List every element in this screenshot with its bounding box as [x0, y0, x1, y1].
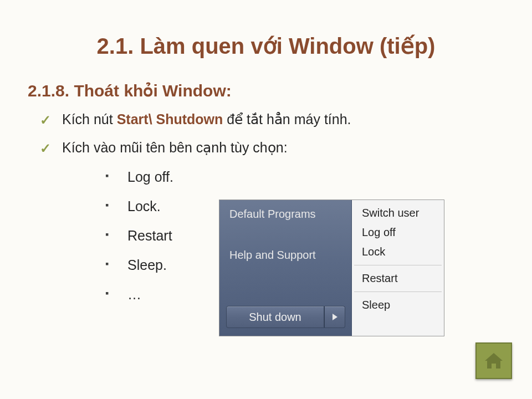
windows-shutdown-screenshot: Default Programs Help and Support Shut d…	[219, 200, 444, 336]
main-bullets: Kích nút Start\ Shutdown để tắt hẳn máy …	[40, 111, 504, 156]
start-menu-item-default-programs[interactable]: Default Programs	[229, 208, 316, 221]
bullet-text: để tắt hẳn máy tính.	[223, 111, 351, 127]
page-title: 2.1. Làm quen với Window (tiếp)	[28, 33, 504, 59]
svg-marker-0	[485, 353, 503, 369]
shutdown-button[interactable]: Shut down	[226, 306, 324, 328]
bullet-text: Kích vào mũi tên bên cạnh tùy chọn:	[62, 140, 288, 155]
sub-bullet-item: Log off.	[105, 169, 504, 185]
menu-item-lock[interactable]: Lock	[352, 242, 444, 262]
bullet-text: Kích nút	[62, 111, 117, 127]
start-menu-left-panel: Default Programs Help and Support Shut d…	[219, 200, 352, 336]
menu-separator	[354, 291, 442, 292]
menu-item-log-off[interactable]: Log off	[352, 223, 444, 242]
bullet-bold: Start\ Shutdown	[117, 111, 223, 127]
shutdown-submenu: Switch user Log off Lock Restart Sleep	[352, 200, 444, 336]
menu-item-switch-user[interactable]: Switch user	[352, 203, 444, 223]
menu-item-restart[interactable]: Restart	[352, 269, 444, 288]
bullet-item: Kích nút Start\ Shutdown để tắt hẳn máy …	[40, 111, 504, 127]
chevron-right-icon	[332, 314, 337, 320]
bullet-item: Kích vào mũi tên bên cạnh tùy chọn:	[40, 140, 504, 156]
shutdown-menu-list: Switch user Log off Lock Restart Sleep	[352, 200, 444, 318]
shutdown-expand-button[interactable]	[324, 306, 345, 328]
menu-item-sleep[interactable]: Sleep	[352, 295, 444, 315]
start-menu-item-help-support[interactable]: Help and Support	[229, 249, 316, 262]
home-icon	[483, 350, 505, 372]
home-button[interactable]	[475, 342, 512, 379]
section-subtitle: 2.1.8. Thoát khỏi Window:	[28, 81, 504, 100]
shutdown-button-group: Shut down	[226, 306, 345, 328]
menu-separator	[354, 265, 442, 265]
